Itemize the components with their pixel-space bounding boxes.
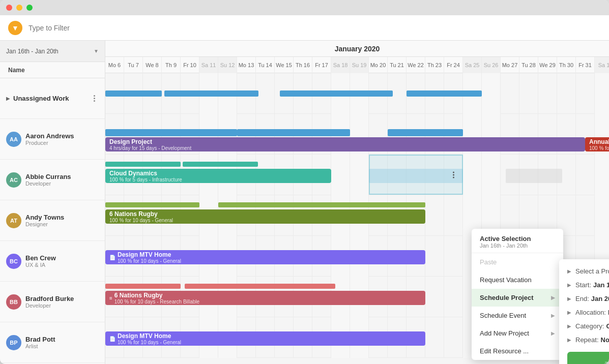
- bar-abbie-cal-row-0[interactable]: [105, 162, 181, 167]
- day-header-Tu7: Tu 7: [124, 57, 143, 73]
- three-dots-button[interactable]: [453, 171, 454, 178]
- day-header-Tu21: Tu 21: [388, 57, 407, 73]
- avatar-bradford: BB: [6, 294, 21, 310]
- chevron-down-icon: ▼: [94, 48, 99, 54]
- allocation-label: Allocation:: [575, 309, 606, 316]
- day-header-Sa11: Sa 11: [199, 57, 218, 73]
- cal-cell-25[interactable]: [576, 73, 595, 114]
- cal-cell-26[interactable]: [595, 155, 609, 195]
- bar-bradford-cal-row-2[interactable]: ≡6 Nations Rugby100 % for 10 days - Rese…: [105, 291, 425, 305]
- day-header-Mo13: Mo 13: [237, 57, 256, 73]
- resource-row-aaron: AA Aaron Andrews Producer: [0, 119, 105, 160]
- unassigned-bar-3: [407, 90, 482, 97]
- cal-cell-17[interactable]: [425, 195, 444, 236]
- bar-aaron-cal-row-4[interactable]: Annual Leave100 % for 5 days - Red Truck: [585, 137, 609, 151]
- submenu-project-row: ▶ Select a Project:: [567, 267, 609, 275]
- bar-bradford-cal-row-0[interactable]: [105, 284, 181, 289]
- cal-cell-19[interactable]: [463, 155, 482, 195]
- logo-icon: ▼: [12, 24, 19, 32]
- expand-icon[interactable]: ▶: [6, 96, 10, 101]
- abbie-cal-row[interactable]: Cloud Dynamics100 % for 5 days - Infrast…: [105, 155, 609, 195]
- main-content: Jan 16th - Jan 20th ▼ Name ▶ Unassigned …: [0, 41, 609, 364]
- end-label: End:: [575, 295, 589, 302]
- cal-cell-23[interactable]: [538, 73, 557, 114]
- date-range-header[interactable]: Jan 16th - Jan 20th ▼: [0, 41, 105, 62]
- context-menu-header: Active Selection Jan 16th - Jan 20th: [472, 229, 563, 253]
- unassigned-menu[interactable]: [90, 94, 99, 103]
- cal-cell-22[interactable]: [519, 73, 538, 114]
- arrow-end-icon: ▶: [567, 296, 571, 301]
- resource-role-abbie: Developer: [25, 180, 90, 187]
- bar-aaron-cal-row-0[interactable]: [105, 129, 237, 136]
- menu-item-vacation[interactable]: Request Vacation: [472, 271, 563, 289]
- resource-info-bradford: Bradford Burke Developer: [25, 295, 90, 309]
- menu-item-schedule-project[interactable]: Schedule Project ▶: [472, 289, 563, 307]
- cal-cell-20[interactable]: [482, 73, 501, 114]
- day-header-Tu28: Tu 28: [519, 57, 538, 73]
- unassigned-work-row: ▶ Unassigned Work: [0, 78, 105, 119]
- day-header-Fr10: Fr 10: [181, 57, 199, 73]
- cal-cell-18[interactable]: [444, 195, 463, 236]
- menu-item-add-project[interactable]: Add New Project ▶: [472, 324, 563, 342]
- cal-cell-25[interactable]: [576, 195, 595, 236]
- resource-row-bradford: BB Bradford Burke Developer: [0, 282, 105, 322]
- end-value: Jan 20th, 2020: [591, 295, 609, 302]
- bar-abbie-cal-row-3[interactable]: [369, 169, 463, 183]
- day-header-Mo6: Mo 6: [105, 57, 124, 73]
- menu-item-schedule-event[interactable]: Schedule Event ▶: [472, 307, 563, 324]
- bar-abbie-cal-row-4[interactable]: [506, 169, 562, 183]
- minimize-button[interactable]: [16, 5, 22, 11]
- maximize-button[interactable]: [26, 5, 33, 11]
- aaron-cal-row[interactable]: Design Project4 hrs/day for 15 days - De…: [105, 114, 609, 155]
- bar-aaron-cal-row-1[interactable]: [237, 129, 350, 136]
- cal-cell-18[interactable]: [444, 277, 463, 317]
- chevron-right-icon2: ▶: [551, 313, 555, 318]
- bar-andy-cal-row-1[interactable]: [218, 202, 425, 207]
- bar-abbie-cal-row-2[interactable]: Cloud Dynamics100 % for 5 days - Infrast…: [105, 169, 331, 183]
- schedule-arrow-icon: →: [603, 357, 609, 364]
- cal-cell-26[interactable]: [595, 195, 609, 236]
- avatar-abbie: AC: [6, 172, 21, 188]
- resource-info-brad: Brad Pott Arlist: [25, 336, 90, 349]
- bar-brad-cal-row-0[interactable]: 📄Design MTV Home100 % for 10 days - Gene…: [105, 331, 425, 346]
- arrow-allocation-icon: ▶: [567, 310, 571, 315]
- chevron-right-icon: ▶: [551, 295, 555, 300]
- bar-andy-cal-row-2[interactable]: 6 Nations Rugby100 % for 10 days - Gener…: [105, 209, 425, 224]
- cal-cell-24[interactable]: [557, 73, 576, 114]
- cal-cell-18[interactable]: [444, 236, 463, 277]
- bar-andy-cal-row-0[interactable]: [105, 202, 199, 207]
- filter-input[interactable]: [28, 24, 601, 32]
- category-label: Category:: [575, 322, 604, 330]
- cal-cell-17[interactable]: [425, 236, 444, 277]
- cal-cell-25[interactable]: [576, 155, 595, 195]
- cal-cell-18[interactable]: [444, 317, 463, 358]
- bar-aaron-cal-row-2[interactable]: [388, 129, 463, 136]
- submenu-allocation-row: ▶ Allocation: Percentage: [567, 309, 609, 316]
- cal-cell-12[interactable]: [331, 155, 350, 195]
- bar-bradford-cal-row-1[interactable]: [185, 284, 335, 289]
- cal-cell-17[interactable]: [425, 277, 444, 317]
- unassigned-cal-row[interactable]: [105, 73, 609, 114]
- submenu-repeat-row: ▶ Repeat: None: [567, 336, 609, 344]
- bar-ben-cal-row-0[interactable]: 📄Design MTV Home100 % for 10 days - Gene…: [105, 250, 425, 264]
- schedule-button[interactable]: → Schedule: [567, 352, 609, 364]
- menu-item-paste: Paste: [472, 253, 563, 271]
- cal-cell-13[interactable]: [350, 155, 369, 195]
- calendar-panel[interactable]: January 2020 Mo 6Tu 7We 8Th 9Fr 10Sa 11S…: [105, 41, 609, 364]
- arrow-project-icon: ▶: [567, 268, 571, 274]
- close-button[interactable]: [6, 5, 12, 11]
- day-header-Tu14: Tu 14: [256, 57, 275, 73]
- cal-cell-20[interactable]: [482, 155, 501, 195]
- resource-info-abbie: Abbie Currans Developer: [25, 173, 90, 187]
- cal-cell-8[interactable]: [256, 73, 275, 114]
- submenu-start-row: ▶ Start: Jan 16th, 2020: [567, 281, 609, 289]
- cal-cell-21[interactable]: [501, 73, 519, 114]
- menu-item-edit-resource[interactable]: Edit Resource ...: [472, 342, 563, 360]
- day-header-Mo20: Mo 20: [369, 57, 388, 73]
- bar-aaron-cal-row-3[interactable]: Design Project4 hrs/day for 15 days - De…: [105, 137, 585, 151]
- resource-name-bradford: Bradford Burke: [25, 295, 90, 302]
- cal-cell-26[interactable]: [595, 73, 609, 114]
- bar-abbie-cal-row-1[interactable]: [183, 162, 258, 167]
- cal-cell-17[interactable]: [425, 317, 444, 358]
- resource-row-abbie: AC Abbie Currans Developer: [0, 160, 105, 200]
